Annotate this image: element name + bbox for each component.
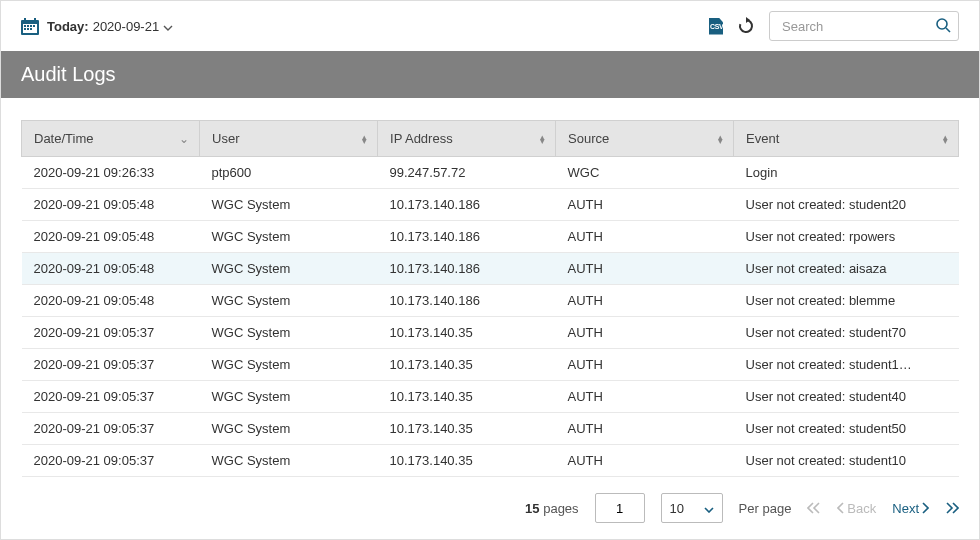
col-ip[interactable]: IP Address▴▾ <box>378 121 556 157</box>
last-page-button[interactable] <box>945 502 959 514</box>
calendar-icon[interactable] <box>21 18 39 35</box>
cell-event: User not created: student20 <box>734 189 959 221</box>
export-csv-button[interactable]: CSV <box>709 18 723 35</box>
table-row[interactable]: 2020-09-21 09:26:33ptp60099.247.57.72WGC… <box>22 157 959 189</box>
cell-event: User not created: aisaza <box>734 253 959 285</box>
cell-event: User not created: student10 <box>734 445 959 477</box>
cell-ip: 99.247.57.72 <box>378 157 556 189</box>
sort-icon: ▴▾ <box>943 134 948 143</box>
table-row[interactable]: 2020-09-21 09:05:48WGC System10.173.140.… <box>22 285 959 317</box>
first-page-button[interactable] <box>807 502 821 514</box>
search-icon[interactable] <box>935 17 951 36</box>
cell-user: ptp600 <box>200 157 378 189</box>
cell-event: User not created: student70 <box>734 317 959 349</box>
cell-event: User not created: student50 <box>734 413 959 445</box>
col-event[interactable]: Event▴▾ <box>734 121 959 157</box>
cell-dt: 2020-09-21 09:05:37 <box>22 413 200 445</box>
cell-event: User not created: student1… <box>734 349 959 381</box>
table-row[interactable]: 2020-09-21 09:05:37WGC System10.173.140.… <box>22 381 959 413</box>
cell-source: AUTH <box>556 317 734 349</box>
sort-icon: ▴▾ <box>362 134 367 143</box>
cell-dt: 2020-09-21 09:05:48 <box>22 285 200 317</box>
cell-source: AUTH <box>556 285 734 317</box>
svg-line-12 <box>946 28 950 32</box>
cell-dt: 2020-09-21 09:05:48 <box>22 189 200 221</box>
col-user[interactable]: User▴▾ <box>200 121 378 157</box>
cell-user: WGC System <box>200 285 378 317</box>
cell-source: AUTH <box>556 349 734 381</box>
audit-log-table: Date/Time⌄ User▴▾ IP Address▴▾ Source▴▾ … <box>21 120 959 477</box>
svg-rect-5 <box>27 25 29 27</box>
cell-ip: 10.173.140.35 <box>378 445 556 477</box>
page-input[interactable] <box>595 493 645 523</box>
cell-source: AUTH <box>556 221 734 253</box>
cell-ip: 10.173.140.35 <box>378 413 556 445</box>
svg-rect-8 <box>24 28 26 30</box>
cell-event: User not created: blemme <box>734 285 959 317</box>
svg-rect-7 <box>33 25 35 27</box>
chevron-left-icon <box>837 502 845 514</box>
cell-ip: 10.173.140.35 <box>378 381 556 413</box>
svg-rect-4 <box>24 25 26 27</box>
chevron-double-left-icon <box>807 502 821 514</box>
page-title: Audit Logs <box>1 51 979 98</box>
chevron-right-icon <box>921 502 929 514</box>
cell-ip: 10.173.140.186 <box>378 285 556 317</box>
back-button[interactable]: Back <box>837 501 876 516</box>
cell-dt: 2020-09-21 09:05:48 <box>22 253 200 285</box>
cell-event: User not created: student40 <box>734 381 959 413</box>
cell-source: WGC <box>556 157 734 189</box>
page-count: 15 pages <box>525 501 579 516</box>
cell-user: WGC System <box>200 413 378 445</box>
svg-rect-10 <box>30 28 32 30</box>
svg-point-11 <box>937 19 947 29</box>
table-row[interactable]: 2020-09-21 09:05:37WGC System10.173.140.… <box>22 413 959 445</box>
col-datetime[interactable]: Date/Time⌄ <box>22 121 200 157</box>
svg-rect-2 <box>24 18 26 22</box>
per-page-label: Per page <box>739 501 792 516</box>
cell-user: WGC System <box>200 381 378 413</box>
chevron-down-icon <box>163 19 173 34</box>
cell-dt: 2020-09-21 09:05:37 <box>22 317 200 349</box>
cell-dt: 2020-09-21 09:26:33 <box>22 157 200 189</box>
cell-dt: 2020-09-21 09:05:37 <box>22 445 200 477</box>
table-row[interactable]: 2020-09-21 09:05:48WGC System10.173.140.… <box>22 189 959 221</box>
chevron-down-icon: ⌄ <box>179 133 189 145</box>
cell-event: Login <box>734 157 959 189</box>
cell-event: User not created: rpowers <box>734 221 959 253</box>
col-source[interactable]: Source▴▾ <box>556 121 734 157</box>
date-range-picker[interactable]: Today: 2020-09-21 <box>47 19 173 34</box>
cell-ip: 10.173.140.186 <box>378 189 556 221</box>
cell-source: AUTH <box>556 381 734 413</box>
refresh-button[interactable] <box>737 17 755 35</box>
cell-user: WGC System <box>200 189 378 221</box>
date-prefix: Today: <box>47 19 89 34</box>
cell-ip: 10.173.140.35 <box>378 317 556 349</box>
search-input[interactable] <box>769 11 959 41</box>
cell-user: WGC System <box>200 349 378 381</box>
svg-rect-3 <box>34 18 36 22</box>
cell-user: WGC System <box>200 317 378 349</box>
chevron-double-right-icon <box>945 502 959 514</box>
sort-icon: ▴▾ <box>718 134 723 143</box>
sort-icon: ▴▾ <box>540 134 545 143</box>
cell-ip: 10.173.140.35 <box>378 349 556 381</box>
cell-source: AUTH <box>556 413 734 445</box>
cell-source: AUTH <box>556 253 734 285</box>
table-row[interactable]: 2020-09-21 09:05:37WGC System10.173.140.… <box>22 445 959 477</box>
cell-dt: 2020-09-21 09:05:48 <box>22 221 200 253</box>
cell-dt: 2020-09-21 09:05:37 <box>22 381 200 413</box>
cell-user: WGC System <box>200 253 378 285</box>
cell-source: AUTH <box>556 445 734 477</box>
cell-user: WGC System <box>200 221 378 253</box>
table-row[interactable]: 2020-09-21 09:05:37WGC System10.173.140.… <box>22 349 959 381</box>
table-row[interactable]: 2020-09-21 09:05:48WGC System10.173.140.… <box>22 221 959 253</box>
svg-rect-9 <box>27 28 29 30</box>
cell-dt: 2020-09-21 09:05:37 <box>22 349 200 381</box>
table-row[interactable]: 2020-09-21 09:05:37WGC System10.173.140.… <box>22 317 959 349</box>
next-button[interactable]: Next <box>892 501 929 516</box>
per-page-select[interactable]: 10 <box>661 493 723 523</box>
cell-ip: 10.173.140.186 <box>378 253 556 285</box>
table-row[interactable]: 2020-09-21 09:05:48WGC System10.173.140.… <box>22 253 959 285</box>
chevron-down-icon <box>704 501 714 516</box>
